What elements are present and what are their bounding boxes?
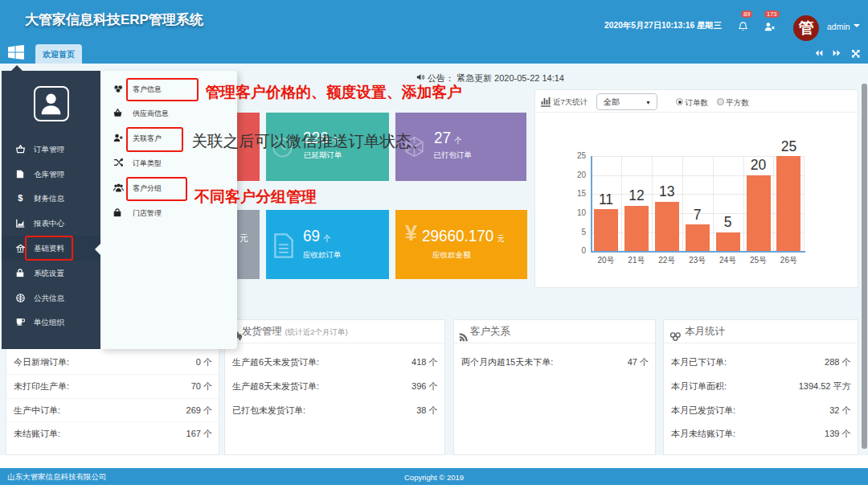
- svg-text:$: $: [18, 194, 23, 203]
